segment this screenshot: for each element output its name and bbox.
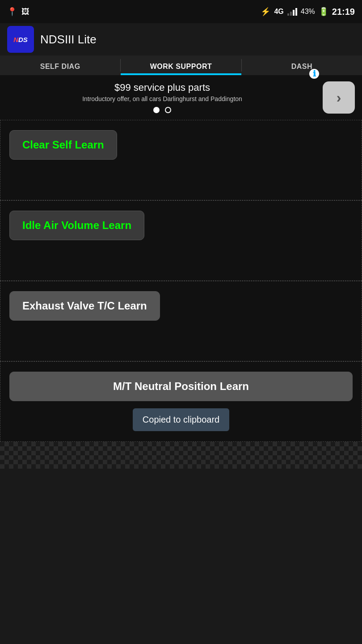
mt-neutral-button[interactable]: M/T Neutral Position Learn [9,372,353,401]
bluetooth-icon: ⚡ [261,7,270,17]
clock: 21:19 [332,7,355,17]
signal-bars [287,8,297,16]
idle-air-volume-button[interactable]: Idle Air Volume Learn [9,211,144,240]
mt-neutral-container: M/T Neutral Position Learn Copied to cli… [9,372,353,431]
banner-dots [7,107,317,113]
app-title: NDSIII Lite [40,33,97,47]
bottom-pattern [0,442,362,469]
battery-label: 43% [301,8,315,16]
banner-title: $99 service plus parts [7,82,317,93]
app-header: NDS NDSIII Lite [0,23,362,55]
status-bar: 📍 🖼 ⚡ 4G 43% 🔋 21:19 [0,0,362,23]
idle-air-volume-section: Idle Air Volume Learn [0,200,362,281]
banner-next-button[interactable]: › [323,81,355,114]
exhaust-valve-button[interactable]: Exhaust Valve T/C Learn [9,291,160,321]
tab-dash[interactable]: DASH [242,55,362,75]
battery-icon: 🔋 [319,7,328,17]
network-label: 4G [274,8,283,16]
logo-text: NDS [13,36,28,43]
exhaust-valve-section: Exhaust Valve T/C Learn [0,281,362,361]
tab-bar: SELF DIAG WORK SUPPORT DASH [0,55,362,75]
dot-1 [153,107,160,113]
clipboard-toast: Copied to clipboard [133,408,229,431]
image-icon: 🖼 [21,7,29,17]
mt-neutral-section: M/T Neutral Position Learn Copied to cli… [0,361,362,442]
banner-content: $99 service plus parts Introductory offe… [7,82,317,113]
clear-self-learn-section: Clear Self Learn [0,120,362,200]
app-logo: NDS [7,26,34,53]
tab-work-support[interactable]: WORK SUPPORT [121,55,241,75]
content-area: Clear Self Learn Idle Air Volume Learn E… [0,120,362,442]
chevron-right-icon: › [337,89,341,106]
tab-self-diag[interactable]: SELF DIAG [0,55,120,75]
location-icon: 📍 [7,7,17,17]
info-icon[interactable]: ℹ [309,69,319,79]
dot-2 [165,107,171,113]
clear-self-learn-button[interactable]: Clear Self Learn [9,130,117,160]
banner-subtitle: Introductory offer, on all cars Darlingh… [7,95,317,102]
banner: $99 service plus parts Introductory offe… [0,75,362,120]
